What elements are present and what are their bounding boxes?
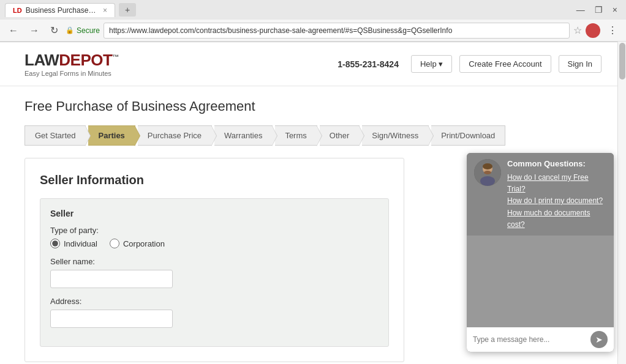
svg-point-0 xyxy=(588,26,598,35)
lock-icon: 🔒 xyxy=(66,26,74,34)
scrollbar-track[interactable] xyxy=(617,42,626,364)
party-type-label: Type of party: xyxy=(50,226,379,235)
tab-get-started[interactable]: Get Started xyxy=(25,125,86,146)
radio-corporation-input[interactable] xyxy=(110,239,119,248)
page-title: Free Purchase of Business Agreement xyxy=(25,98,601,114)
browser-avatar-icon xyxy=(586,23,600,38)
secure-badge: 🔒 Secure xyxy=(66,26,100,35)
bookmark-button[interactable]: ☆ xyxy=(573,24,582,36)
chat-send-button[interactable]: ➤ xyxy=(590,331,608,348)
chat-input-row: ➤ xyxy=(467,327,614,352)
form-card: Seller Information Seller Type of party:… xyxy=(25,158,404,362)
logo: LAWDEPOT™ Easy Legal Forms in Minutes xyxy=(25,51,119,77)
radio-individual-input[interactable] xyxy=(50,239,60,248)
chat-question-3[interactable]: How much do documents cost? xyxy=(507,207,606,231)
seller-name-input[interactable] xyxy=(50,270,173,288)
new-tab-button[interactable]: + xyxy=(119,3,136,17)
logo-depot: DEPOT xyxy=(59,51,112,69)
chat-avatar xyxy=(474,159,501,186)
address-label: Address: xyxy=(50,297,379,306)
chat-body xyxy=(467,236,614,327)
tab-close-button[interactable]: × xyxy=(103,6,107,15)
tab-terms[interactable]: Terms xyxy=(275,125,317,146)
tab-title: Business Purchase Agree... xyxy=(26,6,97,15)
chat-question-2[interactable]: How do I print my document? xyxy=(507,195,606,207)
tab-warranties[interactable]: Warranties xyxy=(214,125,273,146)
chat-question-1[interactable]: How do I cancel my Free Trial? xyxy=(507,172,606,195)
window-controls: — ❐ × xyxy=(573,4,621,16)
party-type-radio-group: Individual Corporation xyxy=(50,239,379,248)
minimize-button[interactable]: — xyxy=(573,4,589,16)
chat-questions: Common Questions: How do I cancel my Fre… xyxy=(507,159,606,231)
sign-in-button[interactable]: Sign In xyxy=(559,55,601,73)
tab-other[interactable]: Other xyxy=(320,125,360,146)
tab-favicon: LD xyxy=(13,7,22,14)
seller-name-label: Seller name: xyxy=(50,257,379,266)
tab-purchase-price[interactable]: Purchase Price xyxy=(138,125,212,146)
seller-name-field: Seller name: xyxy=(50,257,379,288)
close-button[interactable]: × xyxy=(609,4,621,16)
scrollbar-thumb[interactable] xyxy=(619,43,625,80)
tabs-bar: Get Started Parties Purchase Price Warra… xyxy=(25,125,601,146)
title-bar: LD Business Purchase Agree... × + — ❐ × xyxy=(0,0,626,20)
phone-number: 1-855-231-8424 xyxy=(338,59,399,69)
restore-button[interactable]: ❐ xyxy=(591,4,606,16)
secure-label: Secure xyxy=(77,26,100,35)
svg-point-3 xyxy=(483,163,492,169)
forward-button[interactable]: → xyxy=(26,24,43,37)
chat-questions-title: Common Questions: xyxy=(507,159,606,168)
tab-print-download[interactable]: Print/Download xyxy=(431,125,505,146)
chat-message-input[interactable] xyxy=(473,335,587,344)
logo-tm: ™ xyxy=(112,53,119,61)
header-right: 1-855-231-8424 Help ▾ Create Free Accoun… xyxy=(338,55,601,73)
tab-parties[interactable]: Parties xyxy=(88,125,135,146)
svg-point-4 xyxy=(480,176,495,186)
logo-tagline: Easy Legal Forms in Minutes xyxy=(25,70,119,77)
address-bar[interactable] xyxy=(104,23,570,39)
section-title: Seller Information xyxy=(40,173,389,187)
seller-group: Seller Type of party: Individual Corpora… xyxy=(40,198,389,347)
logo-text: LAWDEPOT™ xyxy=(25,51,119,70)
radio-corporation[interactable]: Corporation xyxy=(110,239,165,248)
address-field: Address: xyxy=(50,297,379,328)
svg-point-5 xyxy=(484,171,491,174)
logo-law: LAW xyxy=(25,51,59,69)
help-button[interactable]: Help ▾ xyxy=(411,55,452,73)
back-button[interactable]: ← xyxy=(5,24,22,37)
chat-widget: Common Questions: How do I cancel my Fre… xyxy=(467,153,614,352)
site-header: LAWDEPOT™ Easy Legal Forms in Minutes 1-… xyxy=(0,42,626,86)
reload-button[interactable]: ↻ xyxy=(47,23,62,37)
chat-header: Common Questions: How do I cancel my Fre… xyxy=(467,153,614,236)
browser-tab[interactable]: LD Business Purchase Agree... × xyxy=(5,3,115,17)
create-account-button[interactable]: Create Free Account xyxy=(459,55,551,73)
radio-individual-label: Individual xyxy=(64,239,97,248)
navigation-bar: ← → ↻ 🔒 Secure ☆ ⋮ xyxy=(0,20,626,42)
radio-corporation-label: Corporation xyxy=(123,239,165,248)
group-label: Seller xyxy=(50,209,379,218)
address-input[interactable] xyxy=(50,310,173,328)
radio-individual[interactable]: Individual xyxy=(50,239,97,248)
browser-menu-button[interactable]: ⋮ xyxy=(604,23,621,37)
tab-sign-witness[interactable]: Sign/Witness xyxy=(362,125,429,146)
